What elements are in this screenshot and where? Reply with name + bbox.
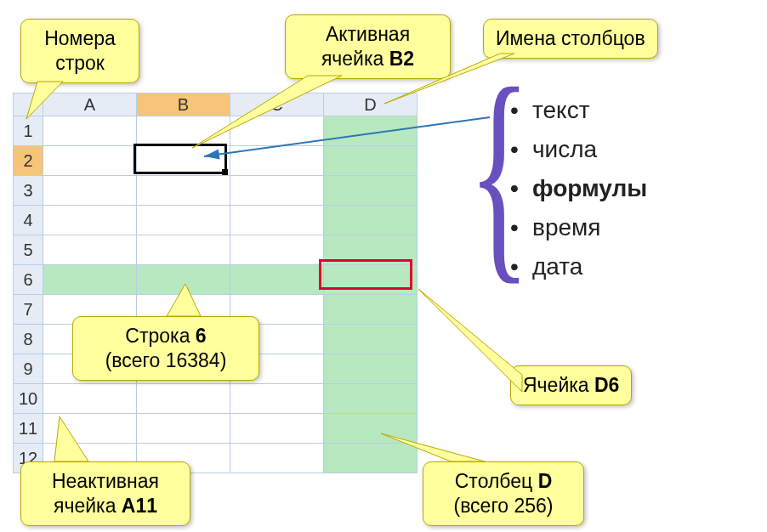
cell[interactable] <box>324 116 418 146</box>
row-header-1[interactable]: 1 <box>14 116 43 146</box>
spreadsheet-grid: A B C D 1 2 3 4 5 6 7 8 9 10 11 12 <box>13 93 418 473</box>
svg-marker-6 <box>418 289 522 392</box>
cell[interactable] <box>324 325 418 354</box>
cell[interactable] <box>324 354 418 384</box>
cell[interactable] <box>137 206 230 235</box>
cell[interactable] <box>137 176 230 206</box>
callout-cell-d6: Ячейка D6 <box>510 365 632 405</box>
cell[interactable] <box>43 235 137 265</box>
callout-column-names: Имена столбцов <box>483 19 658 59</box>
cell[interactable] <box>324 444 418 473</box>
cell[interactable] <box>324 384 418 414</box>
col-header-d[interactable]: D <box>324 93 418 116</box>
data-types-list: текст числа формулы время дата <box>510 91 647 286</box>
cell[interactable] <box>137 414 230 444</box>
cell-b2[interactable] <box>137 146 230 176</box>
cell[interactable] <box>324 235 418 265</box>
col-header-a[interactable]: A <box>43 93 137 116</box>
callout-row6: Строка 6 (всего 16384) <box>72 316 259 381</box>
callout-row-numbers: Номера строк <box>20 19 139 83</box>
bullet-time: время <box>510 208 647 247</box>
row-header-11[interactable]: 11 <box>14 414 43 444</box>
cell[interactable] <box>324 414 418 444</box>
cell[interactable] <box>43 176 137 206</box>
cell[interactable] <box>230 206 324 235</box>
bullet-numbers: числа <box>510 130 647 169</box>
cell[interactable] <box>230 176 324 206</box>
cell[interactable] <box>230 444 324 473</box>
cell[interactable] <box>137 384 230 414</box>
cell[interactable] <box>137 265 230 295</box>
row-header-6[interactable]: 6 <box>14 265 43 295</box>
bullet-text: текст <box>510 91 647 130</box>
cell[interactable] <box>324 206 418 235</box>
cell[interactable] <box>137 116 230 146</box>
row-header-8[interactable]: 8 <box>14 325 43 354</box>
callout-inactive-cell: Неактивная ячейка A11 <box>20 461 190 526</box>
bullet-formulas: формулы <box>510 169 647 208</box>
col-header-b[interactable]: B <box>137 93 230 116</box>
row-header-3[interactable]: 3 <box>14 176 43 206</box>
callout-column-d: Столбец D (всего 256) <box>423 461 584 526</box>
select-all-corner[interactable] <box>14 93 43 116</box>
cell[interactable] <box>43 206 137 235</box>
cell[interactable] <box>230 384 324 414</box>
row-header-7[interactable]: 7 <box>14 295 43 325</box>
bullet-date: дата <box>510 247 647 286</box>
row-header-2[interactable]: 2 <box>14 146 43 176</box>
row-header-9[interactable]: 9 <box>14 354 43 384</box>
callout-active-cell: Активная ячейка B2 <box>285 14 451 79</box>
cell[interactable] <box>324 295 418 325</box>
cell[interactable] <box>43 265 137 295</box>
cell-d6[interactable] <box>324 265 418 295</box>
cell[interactable] <box>230 235 324 265</box>
cell[interactable] <box>43 384 137 414</box>
cell-a11[interactable] <box>43 414 137 444</box>
cell[interactable] <box>230 146 324 176</box>
cell[interactable] <box>324 176 418 206</box>
cell[interactable] <box>137 235 230 265</box>
row-header-10[interactable]: 10 <box>14 384 43 414</box>
cell[interactable] <box>43 146 137 176</box>
cell[interactable] <box>230 265 324 295</box>
cell[interactable] <box>324 146 418 176</box>
row-header-5[interactable]: 5 <box>14 235 43 265</box>
col-header-c[interactable]: C <box>230 93 324 116</box>
cell[interactable] <box>230 414 324 444</box>
cell[interactable] <box>43 116 137 146</box>
row-header-4[interactable]: 4 <box>14 206 43 235</box>
cell[interactable] <box>230 116 324 146</box>
